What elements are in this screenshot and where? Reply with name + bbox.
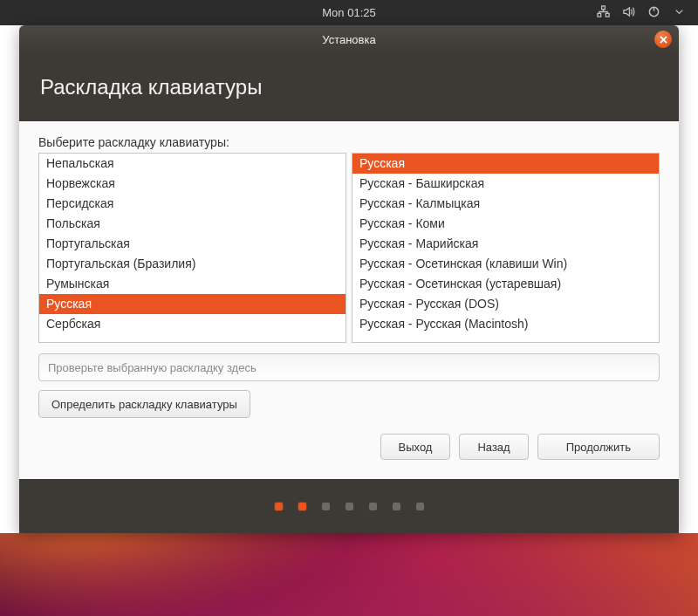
layout-language-item[interactable]: Непальская	[39, 154, 346, 174]
page-header: Раскладка клавиатуры	[19, 53, 679, 121]
page-title: Раскладка клавиатуры	[40, 75, 262, 99]
layout-variant-item[interactable]: Русская - Калмыцкая	[352, 194, 659, 214]
progress-dot	[369, 503, 377, 510]
nav-buttons: Выход Назад Продолжить	[38, 434, 660, 460]
power-icon[interactable]	[647, 5, 660, 21]
window-titlebar: Установка	[19, 25, 679, 53]
layout-variant-item[interactable]: Русская	[352, 154, 659, 174]
layout-language-item[interactable]: Норвежская	[39, 174, 346, 194]
clock-label: Mon 01:25	[322, 6, 375, 19]
chevron-down-icon[interactable]	[673, 5, 686, 21]
layout-variant-item[interactable]: Русская - Башкирская	[352, 174, 659, 194]
layout-language-item[interactable]: Русская	[39, 294, 346, 314]
progress-dot	[346, 503, 353, 510]
layout-variant-item[interactable]: Русская - Коми	[352, 214, 659, 234]
system-top-bar: Mon 01:25	[0, 0, 698, 25]
back-button[interactable]: Назад	[459, 434, 528, 460]
layout-language-item[interactable]: Персидская	[39, 194, 346, 214]
layout-language-item[interactable]: Польская	[39, 214, 346, 234]
volume-icon[interactable]	[622, 5, 635, 21]
layout-lists: НепальскаяНорвежскаяПерсидскаяПольскаяПо…	[38, 153, 660, 343]
layout-language-item[interactable]: Сербская	[39, 314, 346, 334]
svg-rect-0	[602, 5, 606, 9]
layout-variant-item[interactable]: Русская - Русская (Macintosh)	[352, 314, 659, 334]
layout-language-item[interactable]: Португальская (Бразилия)	[39, 254, 346, 274]
layout-language-item[interactable]: Португальская	[39, 234, 346, 254]
layout-variant-list[interactable]: РусскаяРусская - БашкирскаяРусская - Кал…	[352, 153, 660, 343]
page-body: Выберите раскладку клавиатуры: Непальска…	[19, 121, 679, 479]
window-title-label: Установка	[322, 33, 375, 46]
layout-variant-item[interactable]: Русская - Осетинская (устаревшая)	[352, 274, 659, 294]
svg-rect-1	[598, 13, 601, 17]
installer-window: Установка Раскладка клавиатуры Выберите …	[19, 25, 679, 533]
progress-dot	[275, 503, 283, 510]
progress-dot	[393, 503, 400, 510]
window-close-button[interactable]	[654, 31, 672, 48]
network-icon[interactable]	[597, 5, 610, 21]
progress-dot	[416, 503, 424, 510]
detect-layout-button[interactable]: Определить раскладку клавиатуры	[38, 390, 250, 418]
svg-rect-2	[606, 13, 609, 17]
continue-button[interactable]: Продолжить	[537, 434, 660, 460]
layout-language-item[interactable]: Румынская	[39, 274, 346, 294]
test-layout-input[interactable]	[38, 353, 660, 381]
progress-dot	[322, 503, 330, 510]
layout-variant-item[interactable]: Русская - Марийская	[352, 234, 659, 254]
layout-variant-item[interactable]: Русская - Осетинская (клавиши Win)	[352, 254, 659, 274]
progress-dot	[298, 503, 306, 510]
top-indicators	[597, 0, 686, 25]
desktop-wallpaper	[0, 533, 698, 616]
quit-button[interactable]: Выход	[380, 434, 451, 460]
progress-dots	[19, 479, 679, 533]
layout-variant-item[interactable]: Русская - Русская (DOS)	[352, 294, 659, 314]
layout-language-list[interactable]: НепальскаяНорвежскаяПерсидскаяПольскаяПо…	[38, 153, 346, 343]
choose-layout-prompt: Выберите раскладку клавиатуры:	[38, 135, 660, 149]
